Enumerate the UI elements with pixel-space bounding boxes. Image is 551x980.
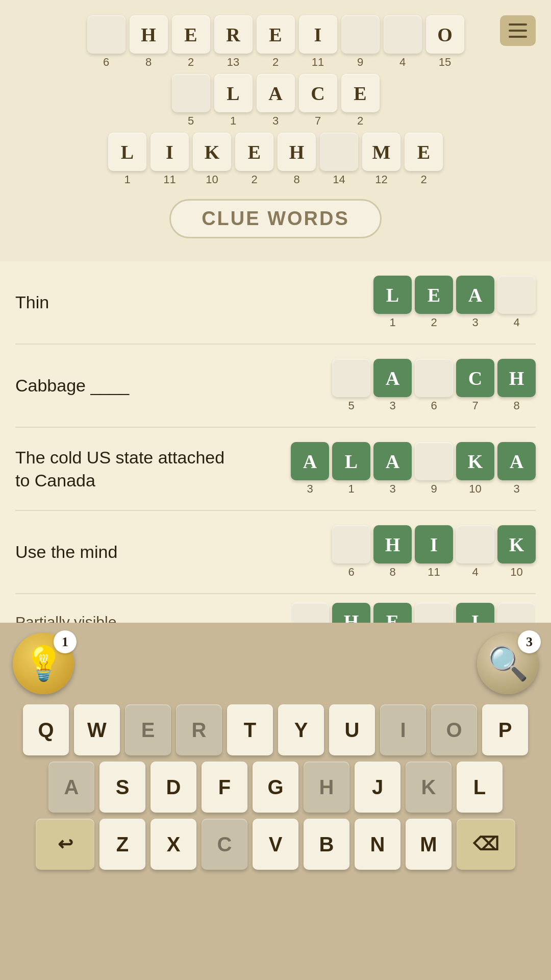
key-C[interactable]: C	[202, 819, 247, 870]
key-D[interactable]: D	[151, 762, 196, 813]
key-T[interactable]: T	[227, 704, 273, 755]
key-V[interactable]: V	[253, 819, 298, 870]
clue-tile: A	[497, 442, 536, 480]
tile-number: 1	[230, 114, 236, 128]
puzzle-tile[interactable]: C	[299, 74, 337, 112]
tile-number: 3	[389, 399, 395, 412]
clue-tile: H	[497, 359, 536, 397]
tile-number: 6	[431, 399, 437, 412]
clue-text-5-partial: Partially visible...	[15, 612, 129, 623]
magnifier-hint-button[interactable]: 🔍 3	[477, 633, 538, 694]
key-M[interactable]: M	[406, 819, 452, 870]
puzzle-tile[interactable]: L	[108, 133, 146, 171]
tile-number: 3	[389, 482, 395, 496]
tile-group: 5	[172, 74, 210, 128]
key-F[interactable]: F	[202, 762, 247, 813]
key-E[interactable]: E	[125, 704, 171, 755]
tile-number: 14	[333, 173, 345, 186]
tile-number: 9	[357, 56, 363, 69]
clue-list-area: Thin L 1 E 2 A 3 4	[0, 261, 551, 623]
tile-group: K 10	[456, 442, 494, 496]
key-Q[interactable]: Q	[23, 704, 69, 755]
puzzle-tile[interactable]: K	[193, 133, 231, 171]
key-O[interactable]: O	[431, 704, 477, 755]
tile-number: 7	[315, 114, 321, 128]
puzzle-tile[interactable]: E	[341, 74, 380, 112]
key-A[interactable]: A	[48, 762, 94, 813]
key-H[interactable]: H	[304, 762, 349, 813]
key-R[interactable]: R	[176, 704, 222, 755]
key-N[interactable]: N	[355, 819, 400, 870]
key-X[interactable]: X	[151, 819, 196, 870]
key-Z[interactable]: Z	[99, 819, 145, 870]
key-L[interactable]: L	[457, 762, 503, 813]
puzzle-tile[interactable]: M	[362, 133, 400, 171]
key-G[interactable]: G	[253, 762, 298, 813]
tile-group: I	[456, 603, 494, 623]
tile-group: E	[373, 603, 412, 623]
tile-group: I 11	[415, 525, 453, 579]
key-P[interactable]: P	[482, 704, 528, 755]
puzzle-tile[interactable]: E	[172, 15, 210, 54]
tile-group: 4	[456, 525, 494, 579]
menu-button[interactable]	[500, 15, 536, 46]
key-B[interactable]: B	[304, 819, 349, 870]
clue-words-label: CLUE WORDS	[202, 208, 349, 229]
puzzle-tile[interactable]: R	[214, 15, 253, 54]
puzzle-tile[interactable]: E	[235, 133, 273, 171]
key-W[interactable]: W	[74, 704, 120, 755]
clue-tile	[497, 276, 536, 314]
puzzle-tile[interactable]: A	[257, 74, 295, 112]
clue-item-5-partial: Partially visible... H E I	[15, 594, 536, 623]
clue-tile	[415, 442, 453, 480]
clue-tile: L	[373, 276, 412, 314]
tile-group: I 11	[151, 133, 189, 186]
tile-group: L 1	[214, 74, 253, 128]
puzzle-tile[interactable]	[341, 15, 380, 54]
key-back-arrow[interactable]: ↩	[36, 819, 94, 870]
clue-tiles-3: A 3 L 1 A 3 9 K 10	[291, 442, 536, 496]
puzzle-tile[interactable]	[320, 133, 358, 171]
tile-number: 12	[375, 173, 387, 186]
puzzle-tile[interactable]: H	[278, 133, 316, 171]
key-backspace[interactable]: ⌫	[457, 819, 515, 870]
tile-number: 9	[431, 482, 437, 496]
puzzle-tile[interactable]: O	[426, 15, 464, 54]
puzzle-tile[interactable]: H	[130, 15, 168, 54]
clue-item-2[interactable]: Cabbage ____ 5 A 3 6 C 7	[15, 345, 536, 428]
puzzle-row-3: L 1 I 11 K 10 E 2 H 8 14	[10, 133, 541, 186]
key-I[interactable]: I	[380, 704, 426, 755]
clue-item-1[interactable]: Thin L 1 E 2 A 3 4	[15, 261, 536, 345]
tile-number: 10	[510, 566, 522, 579]
tile-number: 3	[272, 114, 279, 128]
puzzle-tile[interactable]: I	[299, 15, 337, 54]
tile-group: E 2	[172, 15, 210, 69]
key-K[interactable]: K	[406, 762, 452, 813]
clue-item-3[interactable]: The cold US state attached to Canada A 3…	[15, 428, 536, 511]
tile-number: 5	[188, 114, 194, 128]
tile-group: E 2	[415, 276, 453, 329]
tile-number: 2	[420, 173, 427, 186]
puzzle-tile[interactable]: E	[405, 133, 443, 171]
key-Y[interactable]: Y	[278, 704, 324, 755]
tile-number: 7	[472, 399, 478, 412]
tile-number: 2	[357, 114, 363, 128]
clue-tile: C	[456, 359, 494, 397]
bulb-hint-button[interactable]: 💡 1	[13, 633, 74, 694]
tile-group: A 3	[291, 442, 329, 496]
puzzle-tile[interactable]: I	[151, 133, 189, 171]
puzzle-tile[interactable]	[87, 15, 126, 54]
key-J[interactable]: J	[355, 762, 400, 813]
puzzle-tile[interactable]: E	[257, 15, 295, 54]
key-S[interactable]: S	[99, 762, 145, 813]
clue-tiles-1: L 1 E 2 A 3 4	[373, 276, 536, 329]
clue-tile: A	[456, 276, 494, 314]
key-U[interactable]: U	[329, 704, 375, 755]
tile-group: H 8	[497, 359, 536, 412]
puzzle-tile[interactable]: L	[214, 74, 253, 112]
tile-group: H 8	[278, 133, 316, 186]
puzzle-tile[interactable]	[384, 15, 422, 54]
clue-item-4[interactable]: Use the mind 6 H 8 I 11 4	[15, 511, 536, 594]
puzzle-tile[interactable]	[172, 74, 210, 112]
tile-number: 10	[469, 482, 481, 496]
